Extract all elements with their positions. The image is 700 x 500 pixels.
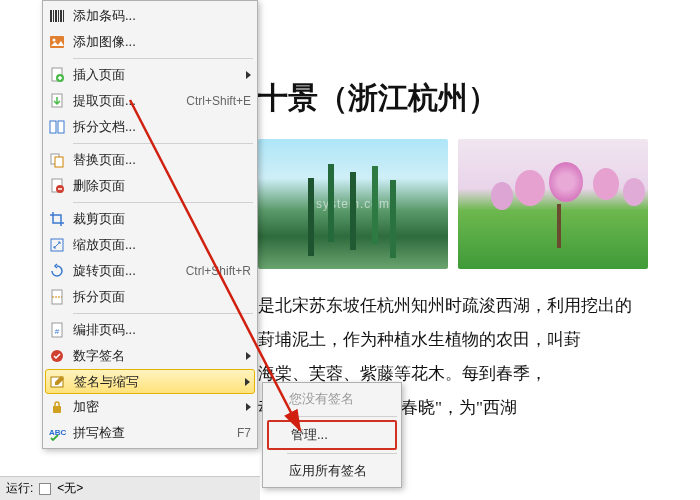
menu-separator [73,313,253,314]
rotate-page-icon [47,261,67,281]
menu-label: 添加条码... [73,7,251,25]
menu-separator [73,202,253,203]
menu-split-page[interactable]: 拆分页面 [43,284,257,310]
svg-rect-0 [50,10,52,22]
menu-label: 加密 [73,398,240,416]
menu-digital-sign[interactable]: 数字签名 [43,343,257,369]
menu-extract-page[interactable]: 提取页面... Ctrl+Shift+E [43,88,257,114]
replace-page-icon [47,150,67,170]
crop-page-icon [47,209,67,229]
menu-label: 缩放页面... [73,236,251,254]
page-title: 十景（浙江杭州） [258,78,700,119]
submenu-arrow-icon [245,378,250,386]
status-bar: 运行: <无> [0,476,260,500]
submenu-arrow-icon [246,352,251,360]
menu-label: 插入页面 [73,66,240,84]
menu-label: 裁剪页面 [73,210,251,228]
split-page-icon [47,287,67,307]
menu-separator [73,143,253,144]
scale-page-icon [47,235,67,255]
svg-rect-6 [50,36,64,48]
menu-insert-page[interactable]: 插入页面 [43,62,257,88]
barcode-icon [47,6,67,26]
menu-label: 编排页码... [73,321,251,339]
menu-scale-page[interactable]: 缩放页面... [43,232,257,258]
menu-separator [287,453,397,454]
svg-text:#: # [55,327,60,336]
menu-page-number[interactable]: # 编排页码... [43,317,257,343]
image-row: system.com [258,139,700,269]
menu-shortcut: Ctrl+Shift+R [186,264,251,278]
svg-rect-1 [53,10,54,22]
menu-replace-page[interactable]: 替换页面... [43,147,257,173]
encrypt-icon [47,397,67,417]
submenu-arrow-icon [246,71,251,79]
menu-label: 数字签名 [73,347,240,365]
menu-delete-page[interactable]: 删除页面 [43,173,257,199]
menu-label: 拆分页面 [73,288,251,306]
extract-page-icon [47,91,67,111]
spellcheck-icon: ABC [47,423,67,443]
menu-separator [287,416,397,417]
menu-add-image[interactable]: 添加图像... [43,29,257,55]
menu-crop-page[interactable]: 裁剪页面 [43,206,257,232]
signature-submenu: 您没有签名 管理... 应用所有签名 [262,382,402,488]
submenu-arrow-icon [246,403,251,411]
split-doc-icon [47,117,67,137]
status-checkbox[interactable] [39,483,51,495]
svg-rect-11 [50,121,56,133]
svg-rect-4 [60,10,62,22]
menu-rotate-page[interactable]: 旋转页面... Ctrl+Shift+R [43,258,257,284]
digital-sign-icon [47,346,67,366]
menu-label: 替换页面... [73,151,251,169]
svg-rect-3 [58,10,59,22]
signature-icon [48,372,68,392]
menu-separator [73,58,253,59]
menu-label: 拼写检查 [73,424,229,442]
menu-signature[interactable]: 签名与缩写 [45,369,255,394]
menu-spellcheck[interactable]: ABC 拼写检查 F7 [43,420,257,446]
menu-label: 旋转页面... [73,262,178,280]
menu-label: 删除页面 [73,177,251,195]
watermark-text: system.com [316,197,390,211]
svg-point-7 [53,39,56,42]
photo-blossom [458,139,648,269]
svg-rect-14 [55,157,63,167]
body-line: 葑埔泥土，作为种植水生植物的农田，叫葑 [258,323,700,357]
svg-rect-2 [55,10,57,22]
menu-shortcut: Ctrl+Shift+E [186,94,251,108]
menu-split-doc[interactable]: 拆分文档... [43,114,257,140]
body-line: 是北宋苏东坡任杭州知州时疏浚西湖，利用挖出的 [258,289,700,323]
context-menu: 添加条码... 添加图像... 插入页面 提取页面... Ctrl+Shift+… [42,0,258,449]
delete-page-icon [47,176,67,196]
menu-add-barcode[interactable]: 添加条码... [43,3,257,29]
svg-rect-5 [63,10,64,22]
status-run-label: 运行: [6,480,33,497]
status-value: <无> [57,480,83,497]
menu-label: 提取页面... [73,92,178,110]
menu-label: 拆分文档... [73,118,251,136]
menu-label: 添加图像... [73,33,251,51]
submenu-no-signature: 您没有签名 [263,385,401,413]
menu-label: 签名与缩写 [74,373,239,391]
menu-encrypt[interactable]: 加密 [43,394,257,420]
menu-shortcut: F7 [237,426,251,440]
insert-page-icon [47,65,67,85]
submenu-manage[interactable]: 管理... [267,420,397,450]
svg-rect-23 [53,406,61,413]
image-icon [47,32,67,52]
page-number-icon: # [47,320,67,340]
svg-rect-12 [58,121,64,133]
photo-lake: system.com [258,139,448,269]
submenu-apply-all[interactable]: 应用所有签名 [263,457,401,485]
